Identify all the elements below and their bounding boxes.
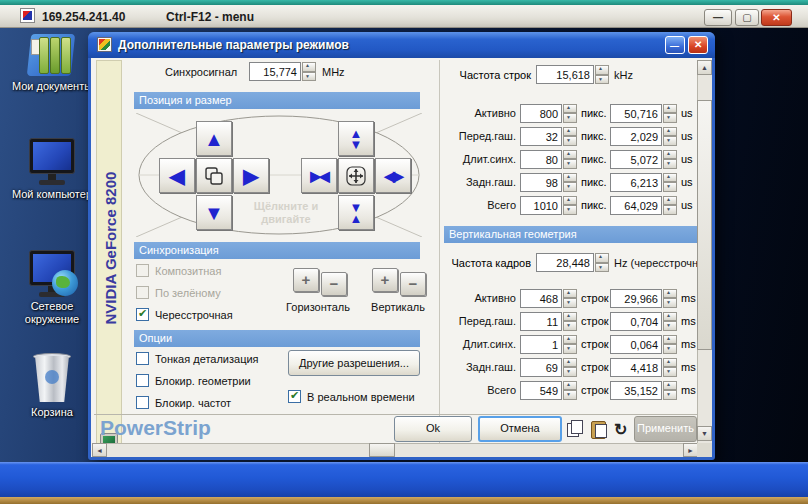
spinner-down-icon[interactable] <box>563 159 577 169</box>
line-frequency-input[interactable]: 15,618 <box>536 65 594 84</box>
copy-icon[interactable] <box>566 420 583 438</box>
value-input[interactable]: 468 <box>520 289 562 308</box>
spinner-down-icon[interactable] <box>563 321 577 331</box>
value-input[interactable]: 50,716 <box>610 104 662 123</box>
interlaced-checkbox-row[interactable]: Чересстрочная <box>136 308 233 321</box>
spinner-up-icon[interactable] <box>563 289 577 299</box>
size-center-button[interactable] <box>338 158 374 193</box>
desktop-icon-network[interactable]: Сетевое окружение <box>4 248 100 326</box>
dialog-close-button[interactable] <box>688 36 708 54</box>
lock-frequencies-checkbox[interactable] <box>136 396 149 409</box>
spinner[interactable] <box>563 196 577 215</box>
fine-detail-checkbox-row[interactable]: Тонкая детализация <box>136 352 259 365</box>
spinner-up-icon[interactable] <box>663 104 677 114</box>
value-input[interactable]: 549 <box>520 381 562 400</box>
vertical-minus-button[interactable]: − <box>400 272 426 296</box>
spinner-up-icon[interactable] <box>563 335 577 345</box>
frame-frequency-spinner[interactable] <box>595 253 609 272</box>
move-down-button[interactable] <box>196 195 232 230</box>
spinner-down-icon[interactable] <box>663 136 677 146</box>
paste-icon[interactable] <box>590 420 607 438</box>
maximize-button[interactable] <box>735 9 759 26</box>
spinner-down-icon[interactable] <box>563 298 577 308</box>
vertical-scroll-thumb[interactable] <box>697 100 712 350</box>
spinner[interactable] <box>663 358 677 377</box>
value-input[interactable]: 29,966 <box>610 289 662 308</box>
spinner-down-icon[interactable] <box>663 367 677 377</box>
spinner-down-icon[interactable] <box>563 182 577 192</box>
spinner-up-icon[interactable] <box>563 173 577 183</box>
spinner-down-icon[interactable] <box>663 321 677 331</box>
scroll-down-arrow[interactable] <box>697 426 712 441</box>
spinner[interactable] <box>563 289 577 308</box>
spinner-up-icon[interactable] <box>563 104 577 114</box>
spinner-down-icon[interactable] <box>663 159 677 169</box>
move-left-button[interactable] <box>159 158 195 193</box>
desktop-icon-my-computer[interactable]: Мой компьютер <box>4 136 100 201</box>
spinner-up-icon[interactable] <box>663 381 677 391</box>
horizontal-minus-button[interactable]: − <box>321 272 347 296</box>
spinner-down-icon[interactable] <box>595 75 609 85</box>
expand-vertical-button[interactable] <box>338 121 374 156</box>
dialog-titlebar[interactable]: Дополнительные параметры режимов <box>88 32 715 58</box>
spinner-down-icon[interactable] <box>663 298 677 308</box>
spinner[interactable] <box>563 104 577 123</box>
spinner-up-icon[interactable] <box>663 173 677 183</box>
value-input[interactable]: 80 <box>520 150 562 169</box>
spinner-up-icon[interactable] <box>595 65 609 75</box>
frame-frequency-input[interactable]: 28,448 <box>536 253 594 272</box>
horizontal-plus-button[interactable]: + <box>293 268 319 292</box>
spinner[interactable] <box>563 358 577 377</box>
value-input[interactable]: 1 <box>520 335 562 354</box>
spinner[interactable] <box>663 173 677 192</box>
value-input[interactable]: 5,072 <box>610 150 662 169</box>
expand-horizontal-button[interactable] <box>375 158 411 193</box>
scroll-up-arrow[interactable] <box>697 60 712 75</box>
spinner[interactable] <box>563 335 577 354</box>
spinner-down-icon[interactable] <box>563 344 577 354</box>
realtime-checkbox[interactable] <box>288 390 301 403</box>
lock-geometry-checkbox-row[interactable]: Блокир. геометрии <box>136 374 251 387</box>
value-input[interactable]: 2,029 <box>610 127 662 146</box>
realtime-checkbox-row[interactable]: В реальном времени <box>288 390 415 403</box>
scroll-left-arrow[interactable] <box>92 443 107 457</box>
spinner-up-icon[interactable] <box>302 62 316 72</box>
spinner[interactable] <box>663 127 677 146</box>
value-input[interactable]: 64,029 <box>610 196 662 215</box>
scroll-right-arrow[interactable] <box>683 443 698 457</box>
spinner[interactable] <box>663 312 677 331</box>
minimize-button[interactable] <box>704 9 732 26</box>
line-frequency-spinner[interactable] <box>595 65 609 84</box>
position-center-button[interactable] <box>196 158 232 193</box>
lock-geometry-checkbox[interactable] <box>136 374 149 387</box>
spinner-up-icon[interactable] <box>595 253 609 263</box>
spinner-down-icon[interactable] <box>563 367 577 377</box>
sync-signal-input[interactable]: 15,774 <box>249 62 301 81</box>
spinner-down-icon[interactable] <box>563 390 577 400</box>
horizontal-scrollbar[interactable] <box>92 443 698 457</box>
close-button[interactable] <box>761 9 792 26</box>
sync-signal-spinner[interactable] <box>302 62 316 81</box>
spinner-up-icon[interactable] <box>663 150 677 160</box>
value-input[interactable]: 69 <box>520 358 562 377</box>
other-resolutions-button[interactable]: Другие разрешения... <box>288 350 420 376</box>
interlaced-checkbox[interactable] <box>136 308 149 321</box>
spinner-down-icon[interactable] <box>563 113 577 123</box>
desktop-icon-recycle-bin[interactable]: Корзина <box>4 350 100 419</box>
spinner-down-icon[interactable] <box>563 205 577 215</box>
spinner[interactable] <box>563 173 577 192</box>
spinner-up-icon[interactable] <box>563 127 577 137</box>
spinner-down-icon[interactable] <box>302 72 316 82</box>
value-input[interactable]: 32 <box>520 127 562 146</box>
spinner-down-icon[interactable] <box>663 205 677 215</box>
value-input[interactable]: 35,152 <box>610 381 662 400</box>
fine-detail-checkbox[interactable] <box>136 352 149 365</box>
spinner-up-icon[interactable] <box>563 196 577 206</box>
ok-button[interactable]: Ok <box>394 416 472 442</box>
spinner[interactable] <box>563 150 577 169</box>
move-up-button[interactable] <box>196 121 232 156</box>
spinner-up-icon[interactable] <box>563 312 577 322</box>
cancel-button[interactable]: Отмена <box>478 416 562 442</box>
spinner-down-icon[interactable] <box>663 344 677 354</box>
value-input[interactable]: 11 <box>520 312 562 331</box>
